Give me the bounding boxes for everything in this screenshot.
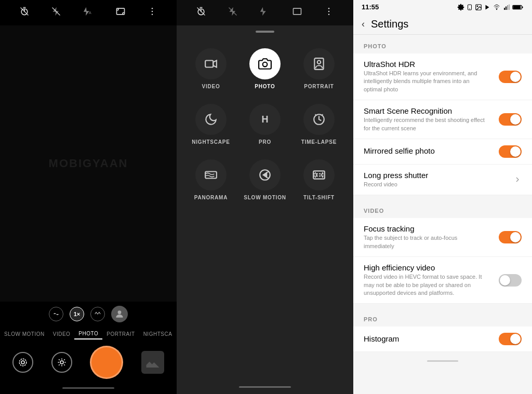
panorama-mode-item[interactable]: PANORAMA xyxy=(185,152,237,206)
tiltshift-mode-item[interactable]: TILT-SHIFT xyxy=(293,152,345,206)
more-options-icon[interactable] xyxy=(147,6,157,19)
mode-flash-off-icon[interactable] xyxy=(228,6,238,19)
shutter-button[interactable] xyxy=(90,346,123,379)
pro-mode-icon: H xyxy=(249,104,281,135)
svg-point-41 xyxy=(477,6,478,7)
slowmotion-mode-label: SLOW MOTION xyxy=(244,195,286,200)
svg-point-14 xyxy=(118,310,122,314)
watermark: MOBIGYAAN xyxy=(49,157,128,170)
smart-scene-item: Smart Scene Recognition Intelligently re… xyxy=(353,100,532,139)
ultrashot-hdr-item: UltraShot HDR UltraShot HDR learns your … xyxy=(353,53,532,100)
wide-angle-btn[interactable] xyxy=(49,307,63,321)
settings-status-icon xyxy=(457,4,464,11)
focus-tracking-title: Focus tracking xyxy=(364,224,488,233)
svg-point-27 xyxy=(328,14,330,16)
profile-button[interactable] xyxy=(111,306,128,322)
focus-mode-btn[interactable] xyxy=(12,352,33,373)
timer-off-icon[interactable] xyxy=(19,6,30,19)
photo-mode-icon xyxy=(249,48,281,79)
flash-auto-icon[interactable]: A xyxy=(83,6,94,19)
image-status-icon xyxy=(475,4,482,11)
slowmotion-mode-icon xyxy=(249,159,281,191)
panorama-mode-label: PANORAMA xyxy=(194,195,228,200)
photo-mode-label: PHOTO xyxy=(255,84,275,89)
zoom-1x-btn[interactable]: 1× xyxy=(70,307,84,321)
flash-off-icon[interactable] xyxy=(51,6,61,19)
phone-status-icon xyxy=(467,4,473,11)
slowmotion-mode-item[interactable]: SLOW MOTION xyxy=(239,152,291,206)
video-mode-icon xyxy=(195,48,227,79)
nightscape-mode-icon xyxy=(195,104,227,135)
mode-aspect-icon[interactable] xyxy=(292,6,302,19)
photo-mode-item[interactable]: PHOTO xyxy=(239,41,291,94)
svg-point-13 xyxy=(152,14,153,16)
svg-rect-44 xyxy=(504,8,505,10)
svg-point-29 xyxy=(263,62,268,67)
pro-mode-label: PRO xyxy=(259,139,271,145)
svg-point-15 xyxy=(21,361,24,364)
high-efficiency-video-toggle[interactable] xyxy=(499,274,522,287)
photo-tab[interactable]: PHOTO xyxy=(74,329,102,339)
ultrashot-hdr-desc: UltraShot HDR learns your environment, a… xyxy=(364,70,488,93)
ultrashot-hdr-toggle[interactable] xyxy=(499,71,522,83)
mirrored-selfie-title: Mirrored selfie photo xyxy=(364,146,435,155)
camera-mode-tabs: SLOW MOTION VIDEO PHOTO PORTRAIT NIGHTSC… xyxy=(0,327,177,342)
timelapse-mode-label: TIME-LAPSE xyxy=(301,139,337,145)
settings-content: PHOTO UltraShot HDR UltraShot HDR learns… xyxy=(353,35,532,394)
svg-point-16 xyxy=(19,359,26,366)
telephoto-btn[interactable] xyxy=(90,307,105,321)
pro-section-label: PRO xyxy=(353,308,532,327)
portrait-tab[interactable]: PORTRAIT xyxy=(102,329,139,339)
zoom-level: 1× xyxy=(74,311,81,317)
camera-controls-bottom: 1× SLOW MOTION VIDEO PHOTO PORTRAIT NIGH… xyxy=(0,302,177,394)
video-section-label: VIDEO xyxy=(353,199,532,218)
nightscape-tab[interactable]: NIGHTSCA xyxy=(139,329,177,339)
aspect-ratio-icon[interactable] xyxy=(115,6,126,19)
svg-point-11 xyxy=(152,8,153,9)
status-icons xyxy=(457,4,524,11)
long-press-shutter-item: Long press shutter Record video xyxy=(353,165,532,195)
settings-title: Settings xyxy=(371,18,408,30)
svg-marker-42 xyxy=(486,5,489,9)
settings-btn[interactable] xyxy=(51,352,72,373)
svg-point-17 xyxy=(60,361,63,364)
svg-rect-45 xyxy=(506,6,507,10)
mirrored-selfie-toggle[interactable] xyxy=(499,145,522,158)
histogram-toggle[interactable] xyxy=(499,333,522,345)
mode-more-icon[interactable] xyxy=(324,6,334,19)
smart-scene-toggle[interactable] xyxy=(499,113,522,126)
ultrashot-hdr-title: UltraShot HDR xyxy=(364,60,488,69)
panorama-mode-icon xyxy=(195,159,227,191)
video-mode-item[interactable]: VIDEO xyxy=(185,41,237,94)
camera-panel: A MOBIGYAAN xyxy=(0,0,177,394)
tiltshift-mode-label: TILT-SHIFT xyxy=(303,195,335,200)
video-tab[interactable]: VIDEO xyxy=(49,329,75,339)
mode-flash-auto-icon[interactable] xyxy=(260,6,270,19)
focus-tracking-toggle[interactable] xyxy=(499,231,522,243)
high-efficiency-video-desc: Record video in HEVC format to save spac… xyxy=(364,273,488,297)
portrait-mode-label: PORTRAIT xyxy=(304,84,334,89)
mode-panel-bottom-indicator xyxy=(239,386,291,388)
settings-header: ‹ Settings xyxy=(353,13,532,35)
photo-video-divider xyxy=(353,195,532,199)
svg-point-43 xyxy=(496,9,497,10)
timelapse-mode-item[interactable]: TIME-LAPSE xyxy=(293,97,345,150)
mirrored-selfie-item: Mirrored selfie photo xyxy=(353,139,532,165)
svg-rect-50 xyxy=(513,6,521,9)
slow-motion-tab[interactable]: SLOW MOTION xyxy=(0,329,49,339)
mode-grid: VIDEO PHOTO PORTRAIT xyxy=(177,37,353,210)
mode-timer-off-icon[interactable] xyxy=(196,6,206,19)
portrait-mode-item[interactable]: PORTRAIT xyxy=(293,41,345,94)
pro-mode-item[interactable]: H PRO xyxy=(239,97,291,150)
status-bar: 11:55 xyxy=(353,0,532,13)
camera-viewfinder: MOBIGYAAN xyxy=(0,25,177,302)
svg-rect-47 xyxy=(509,4,510,10)
focus-tracking-item: Focus tracking Tap the subject to track … xyxy=(353,218,532,257)
zoom-controls: 1× xyxy=(0,306,177,322)
camera-top-bar: A xyxy=(0,0,177,25)
settings-back-button[interactable]: ‹ xyxy=(362,19,365,30)
gallery-thumbnail[interactable] xyxy=(141,351,164,374)
scroll-indicator xyxy=(427,360,458,362)
svg-point-12 xyxy=(152,11,153,12)
nightscape-mode-item[interactable]: NIGHTSCAPE xyxy=(185,97,237,150)
